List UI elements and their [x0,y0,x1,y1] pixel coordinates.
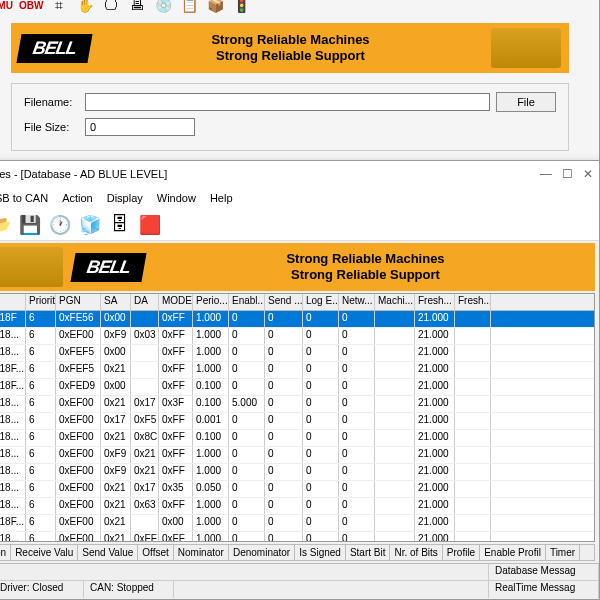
col-header[interactable]: Fresh... [415,294,455,310]
bell-logo-2: BELL [70,253,146,282]
table-row[interactable]: 0x18...60xEF000x170xF50xFF0.001000021.00… [0,413,594,430]
table-row[interactable]: 0x18F60xFE560x000xFF1.000000021.000 [0,311,594,328]
col-header[interactable]: Fresh... [455,294,491,310]
status-db-msg: Database Messag [489,564,599,580]
file-button[interactable]: File [496,92,556,112]
menu-help[interactable]: Help [210,192,233,204]
filter-icon[interactable]: 🧊 [77,212,103,238]
tab-denominator[interactable]: Denominator [229,545,295,560]
status-driver: Driver: Closed [0,581,84,598]
menu-window[interactable]: Window [157,192,196,204]
window-banner: BELL Strong Reliable Machines Strong Rel… [0,243,595,291]
mmu-label[interactable]: MMU [0,0,13,11]
bell-logo: BELL [16,34,92,63]
close-icon[interactable]: ✕ [583,167,593,181]
filename-label: Filename: [24,96,79,108]
hand-icon[interactable]: ✋ [75,0,95,15]
tab-send-value[interactable]: Send Value [78,545,138,560]
disc-icon[interactable]: 💿 [153,0,173,15]
menubar: USB to CANActionDisplayWindowHelp [0,187,599,209]
table-row[interactable]: 0x18...60xEF000x210x170x350.050000021.00… [0,481,594,498]
col-header[interactable]: ID [0,294,26,310]
table-row[interactable]: 0x18...60xEF000x210x170x3F0.1005.0000002… [0,396,594,413]
table-row[interactable]: 0x18F...60xFEF50x210xFF1.000000021.000 [0,362,594,379]
statusbar: : Database Messag Driver: Closed CAN: St… [0,563,599,599]
col-header[interactable]: Log E... [303,294,339,310]
menu-usb-to-can[interactable]: USB to CAN [0,192,48,204]
table-row[interactable]: 0x18...60xEF000xF90x210xFF1.000000021.00… [0,447,594,464]
titlebar: eries - [Database - AD BLUE LEVEL] — ☐ ✕ [0,161,599,187]
filename-input[interactable] [85,93,490,111]
data-grid[interactable]: IDPriorityPGNSADAMODEPerio...Enabl...Sen… [0,293,595,542]
status-can: CAN: Stopped [84,581,174,598]
tab-nr-of-bits[interactable]: Nr. of Bits [390,545,442,560]
tab-nominator[interactable]: Nominator [174,545,229,560]
col-header[interactable]: Machi... [375,294,415,310]
col-header[interactable]: Perio... [193,294,229,310]
menu-display[interactable]: Display [107,192,143,204]
truck-image [491,28,561,68]
col-header[interactable]: Priority [26,294,56,310]
banner-slogan: Strong Reliable Machines Strong Reliable… [90,32,491,63]
col-header[interactable]: Enabl... [229,294,265,310]
table-row[interactable]: 0x18F...60xEF000x210x001.000000021.000 [0,515,594,532]
tab-is-signed[interactable]: Is Signed [295,545,346,560]
table-row[interactable]: 0x18...60xEF000xF90x210xFF1.000000021.00… [0,464,594,481]
col-header[interactable]: Send ... [265,294,303,310]
tab-offset[interactable]: Offset [138,545,174,560]
obw-label[interactable]: OBW [19,0,43,11]
database-window: eries - [Database - AD BLUE LEVEL] — ☐ ✕… [0,160,600,600]
minimize-icon[interactable]: — [540,167,552,181]
grid-body[interactable]: 0x18F60xFE560x000xFF1.000000021.0000x18.… [0,311,594,541]
status-rt-msg: RealTime Messag [489,581,599,598]
grid-header: IDPriorityPGNSADAMODEPerio...Enabl...Sen… [0,294,594,311]
col-header[interactable]: PGN [56,294,101,310]
table-row[interactable]: 0x18...60xEF000x210x630xFF1.000000021.00… [0,498,594,515]
tab-tion[interactable]: tion [0,545,11,560]
menu-action[interactable]: Action [62,192,93,204]
tab-enable-profil[interactable]: Enable Profil [480,545,546,560]
maximize-icon[interactable]: ☐ [562,167,573,181]
table-row[interactable]: 0x18...60xEF000xF90x030xFF1.000000021.00… [0,328,594,345]
window-title: eries - [Database - AD BLUE LEVEL] [0,168,167,180]
file-section: Filename: File File Size: [11,83,569,151]
col-header[interactable]: Netw... [339,294,375,310]
col-header[interactable]: MODE [159,294,193,310]
filesize-label: File Size: [24,121,79,133]
print-icon[interactable]: 🖶 [127,0,147,15]
table-row[interactable]: 0x18F...60xFED90x000xFF0.100000021.000 [0,379,594,396]
col-header[interactable]: SA [101,294,131,310]
table-row[interactable]: 0x18...60xEF000x210x8C0xFF0.100000021.00… [0,430,594,447]
database-icon[interactable]: 🗄 [107,212,133,238]
toolbar: 📂 💾 🕐 🧊 🗄 🟥 [0,209,599,241]
box-icon[interactable]: 📦 [205,0,225,15]
truck-image-left [0,247,63,287]
tab-receive-valu[interactable]: Receive Valu [11,545,78,560]
open-icon[interactable]: 📂 [0,212,13,238]
binary-icon[interactable]: ⌗ [49,0,69,15]
traffic-icon[interactable]: 🚦 [231,0,251,15]
tab-timer[interactable]: Timer [546,545,580,560]
calendar-icon[interactable]: 📋 [179,0,199,15]
table-row[interactable]: 0x18...60xEF000x210xFF0xFF1.000000021.00… [0,532,594,541]
filesize-input[interactable] [85,118,195,136]
banner-slogan-2: Strong Reliable Machines Strong Reliable… [144,251,587,282]
tab-start-bit[interactable]: Start Bit [346,545,391,560]
top-banner: BELL Strong Reliable Machines Strong Rel… [11,23,569,73]
save-icon[interactable]: 💾 [17,212,43,238]
bottom-tabs: tionReceive ValuSend ValueOffsetNominato… [0,544,595,561]
col-header[interactable]: DA [131,294,159,310]
cube-icon[interactable]: 🟥 [137,212,163,238]
table-row[interactable]: 0x18...60xFEF50x000xFF1.000000021.000 [0,345,594,362]
top-toolbar: MMU OBW ⌗ ✋ 🖵 🖶 💿 📋 📦 🚦 [0,0,599,19]
tab-profile[interactable]: Profile [443,545,480,560]
clock-icon[interactable]: 🕐 [47,212,73,238]
monitor-icon[interactable]: 🖵 [101,0,121,15]
